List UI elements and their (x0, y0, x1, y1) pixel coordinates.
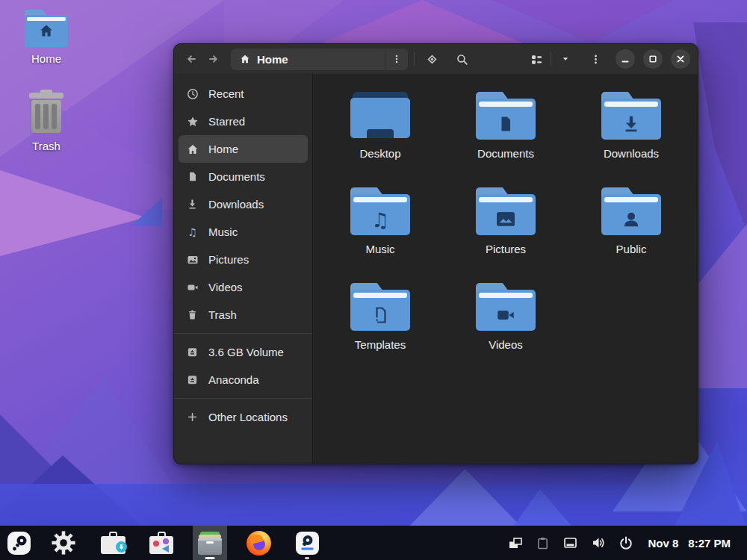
home-icon (240, 54, 250, 64)
system-tray (507, 526, 633, 560)
wallpaper-triangle (321, 0, 523, 43)
sidebar-item-label: Other Locations (208, 411, 288, 423)
sidebar-item-home[interactable]: Home (179, 135, 308, 163)
sidebar-item-music[interactable]: ♫ Music (179, 218, 308, 246)
music-note-icon: ♫ (186, 227, 199, 237)
sidebar-item-label: Anaconda (208, 373, 259, 386)
back-arrow-icon (185, 53, 197, 65)
back-button[interactable] (180, 48, 202, 70)
file-item-downloads[interactable]: Downloads (568, 92, 694, 187)
wallpaper-triangle (693, 224, 747, 388)
view-options-button[interactable] (554, 48, 577, 70)
enter-location-button[interactable] (421, 48, 443, 70)
maximize-button[interactable] (643, 49, 663, 69)
file-item-label: Music (317, 243, 443, 255)
path-bar[interactable]: Home (231, 49, 408, 70)
download-emblem-icon (621, 113, 642, 135)
home-glyph-icon (38, 23, 55, 38)
document-icon (186, 171, 199, 182)
taskbar-app-software-store[interactable] (144, 526, 179, 560)
taskbar-app-firefox[interactable] (241, 526, 276, 560)
download-icon (186, 199, 199, 210)
sidebar-item-label: Home (208, 143, 238, 155)
desktop-icon-home[interactable]: Home (14, 10, 78, 65)
minimize-button[interactable] (616, 49, 635, 69)
folder-pictures-icon (476, 187, 536, 237)
running-indicator (205, 557, 215, 559)
titlebar[interactable]: Home (174, 44, 698, 74)
taskbar-app-files[interactable] (193, 526, 227, 560)
file-item-label: Desktop (317, 147, 443, 160)
video-emblem-icon (495, 305, 517, 325)
sidebar-item-starred[interactable]: Starred (179, 108, 308, 135)
clock-time: 8:27 PM (688, 537, 731, 550)
file-view[interactable]: Desktop Documents Downloads (314, 74, 698, 464)
sidebar-item-volume[interactable]: 3.6 GB Volume (179, 338, 308, 366)
search-button[interactable] (450, 48, 473, 70)
sidebar: Recent Starred Home Documents Downloads (174, 74, 313, 464)
sidebar-item-trash[interactable]: Trash (179, 301, 308, 329)
file-item-videos[interactable]: Videos (443, 283, 568, 379)
list-view-icon (530, 53, 543, 66)
close-button[interactable] (671, 49, 690, 69)
file-item-desktop[interactable]: Desktop (317, 92, 443, 187)
sidebar-item-label: 3.6 GB Volume (208, 346, 284, 358)
camera-icon (186, 281, 199, 293)
sidebar-item-label: Videos (208, 281, 243, 293)
folder-public-icon (601, 187, 661, 237)
running-indicator (305, 557, 309, 559)
forward-button[interactable] (202, 48, 225, 70)
sidebar-item-other-locations[interactable]: Other Locations (179, 403, 308, 431)
music-emblem-icon: ♫ (371, 210, 389, 230)
drive-icon (186, 346, 199, 358)
folder-videos-icon (476, 283, 536, 332)
window-menu-button[interactable] (584, 48, 607, 70)
clipboard-icon[interactable] (536, 535, 550, 550)
clock[interactable]: Nov 8 8:27 PM (648, 526, 731, 560)
maximize-icon (648, 55, 657, 63)
sidebar-item-anaconda[interactable]: Anaconda (179, 366, 308, 393)
sidebar-item-documents[interactable]: Documents (179, 163, 308, 190)
sidebar-item-pictures[interactable]: Pictures (179, 246, 308, 273)
taskbar-app-settings[interactable] (46, 526, 81, 560)
display-icon[interactable] (562, 535, 578, 550)
path-label: Home (257, 53, 288, 66)
files-app-icon (198, 532, 222, 555)
sidebar-item-label: Starred (208, 115, 245, 128)
document-emblem-icon (496, 113, 515, 135)
taskbar-app-installer[interactable] (290, 526, 324, 560)
desktop-icon-trash[interactable]: Trash (14, 90, 78, 152)
caret-down-icon (560, 54, 571, 64)
clock-date: Nov 8 (648, 537, 678, 550)
minimize-icon (621, 55, 630, 63)
path-menu-button[interactable] (385, 49, 408, 70)
workspaces-icon[interactable] (507, 535, 523, 551)
file-item-label: Videos (443, 338, 568, 351)
kebab-menu-icon (590, 54, 601, 65)
wallpaper-triangle (693, 22, 747, 231)
file-item-documents[interactable]: Documents (443, 92, 568, 187)
sidebar-separator (174, 398, 312, 399)
file-grid: Desktop Documents Downloads (314, 74, 698, 379)
folder-downloads-icon (601, 92, 661, 141)
file-item-pictures[interactable]: Pictures (443, 187, 568, 283)
recent-clock-icon (186, 88, 199, 100)
sidebar-separator (174, 333, 312, 334)
sidebar-item-videos[interactable]: Videos (179, 273, 308, 301)
sidebar-item-recent[interactable]: Recent (179, 80, 308, 108)
taskbar-app-search-tool[interactable] (1, 526, 36, 560)
trash-can-icon (25, 90, 67, 134)
taskbar-app-software-updates[interactable] (96, 526, 130, 560)
sidebar-item-downloads[interactable]: Downloads (179, 190, 308, 218)
list-view-button[interactable] (525, 48, 548, 70)
desktop-screen-icon (350, 92, 410, 141)
power-icon[interactable] (619, 535, 633, 550)
volume-icon[interactable] (591, 535, 606, 550)
firefox-app-icon (247, 531, 271, 556)
view-toggle[interactable] (525, 48, 577, 70)
file-item-public[interactable]: Public (568, 187, 694, 283)
taskbar: Nov 8 8:27 PM (0, 526, 747, 560)
file-item-music[interactable]: ♫ Music (317, 187, 443, 283)
sidebar-item-label: Downloads (208, 198, 264, 211)
file-item-templates[interactable]: Templates (317, 283, 443, 379)
